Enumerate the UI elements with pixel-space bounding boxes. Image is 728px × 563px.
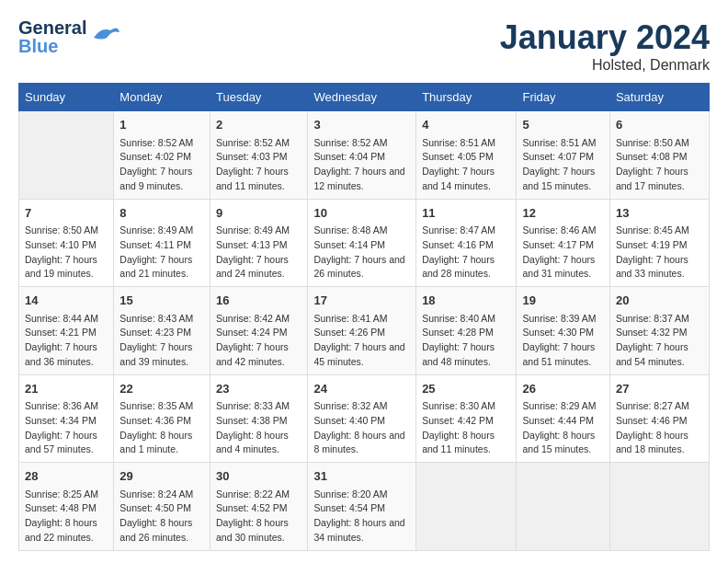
day-info: Sunrise: 8:40 AM Sunset: 4:28 PM Dayligh… bbox=[422, 312, 510, 370]
calendar-cell: 2Sunrise: 8:52 AM Sunset: 4:03 PM Daylig… bbox=[210, 111, 307, 200]
calendar-cell: 1Sunrise: 8:52 AM Sunset: 4:02 PM Daylig… bbox=[114, 111, 210, 200]
day-info: Sunrise: 8:50 AM Sunset: 4:10 PM Dayligh… bbox=[25, 224, 108, 282]
logo-blue: Blue bbox=[18, 37, 86, 55]
col-sunday: Sunday bbox=[19, 84, 114, 111]
calendar-cell: 17Sunrise: 8:41 AM Sunset: 4:26 PM Dayli… bbox=[308, 287, 416, 375]
day-info: Sunrise: 8:43 AM Sunset: 4:23 PM Dayligh… bbox=[119, 312, 204, 370]
day-info: Sunrise: 8:37 AM Sunset: 4:32 PM Dayligh… bbox=[616, 312, 703, 370]
day-info: Sunrise: 8:36 AM Sunset: 4:34 PM Dayligh… bbox=[25, 399, 108, 457]
day-info: Sunrise: 8:49 AM Sunset: 4:11 PM Dayligh… bbox=[119, 224, 204, 282]
calendar-cell: 29Sunrise: 8:24 AM Sunset: 4:50 PM Dayli… bbox=[114, 463, 210, 551]
calendar-week-row: 14Sunrise: 8:44 AM Sunset: 4:21 PM Dayli… bbox=[19, 287, 710, 375]
day-info: Sunrise: 8:44 AM Sunset: 4:21 PM Dayligh… bbox=[25, 312, 108, 370]
calendar-cell: 23Sunrise: 8:33 AM Sunset: 4:38 PM Dayli… bbox=[210, 374, 307, 463]
calendar-week-row: 21Sunrise: 8:36 AM Sunset: 4:34 PM Dayli… bbox=[19, 374, 710, 463]
calendar-cell bbox=[19, 111, 114, 200]
day-number: 18 bbox=[422, 292, 510, 310]
day-info: Sunrise: 8:35 AM Sunset: 4:36 PM Dayligh… bbox=[119, 399, 204, 457]
page-header: General Blue January 2024 Holsted, Denma… bbox=[18, 18, 710, 74]
header-row: Sunday Monday Tuesday Wednesday Thursday… bbox=[19, 84, 710, 111]
day-info: Sunrise: 8:29 AM Sunset: 4:44 PM Dayligh… bbox=[522, 399, 603, 457]
calendar-cell: 14Sunrise: 8:44 AM Sunset: 4:21 PM Dayli… bbox=[19, 287, 114, 375]
day-number: 10 bbox=[313, 204, 410, 223]
calendar-cell: 28Sunrise: 8:25 AM Sunset: 4:48 PM Dayli… bbox=[19, 463, 114, 551]
day-number: 2 bbox=[216, 116, 301, 134]
day-number: 8 bbox=[119, 204, 204, 223]
col-monday: Monday bbox=[114, 84, 210, 111]
calendar-cell bbox=[416, 463, 517, 551]
col-thursday: Thursday bbox=[416, 84, 517, 111]
calendar-cell: 31Sunrise: 8:20 AM Sunset: 4:54 PM Dayli… bbox=[308, 463, 416, 551]
day-info: Sunrise: 8:24 AM Sunset: 4:50 PM Dayligh… bbox=[119, 488, 204, 546]
calendar-cell: 18Sunrise: 8:40 AM Sunset: 4:28 PM Dayli… bbox=[416, 287, 517, 375]
calendar-cell: 19Sunrise: 8:39 AM Sunset: 4:30 PM Dayli… bbox=[517, 287, 609, 375]
logo-bird-icon bbox=[92, 19, 121, 54]
day-number: 15 bbox=[119, 292, 204, 310]
day-number: 23 bbox=[216, 380, 301, 398]
day-info: Sunrise: 8:52 AM Sunset: 4:03 PM Dayligh… bbox=[216, 136, 301, 194]
calendar-cell: 6Sunrise: 8:50 AM Sunset: 4:08 PM Daylig… bbox=[609, 111, 709, 200]
day-number: 19 bbox=[522, 292, 603, 310]
title-block: January 2024 Holsted, Denmark bbox=[500, 18, 710, 74]
day-number: 4 bbox=[422, 116, 510, 134]
calendar-cell: 7Sunrise: 8:50 AM Sunset: 4:10 PM Daylig… bbox=[19, 199, 114, 287]
day-number: 13 bbox=[616, 204, 703, 223]
day-number: 25 bbox=[422, 380, 510, 398]
day-number: 3 bbox=[313, 116, 410, 134]
col-saturday: Saturday bbox=[609, 84, 709, 111]
day-info: Sunrise: 8:51 AM Sunset: 4:05 PM Dayligh… bbox=[422, 136, 510, 194]
calendar-cell: 26Sunrise: 8:29 AM Sunset: 4:44 PM Dayli… bbox=[517, 374, 609, 463]
day-info: Sunrise: 8:48 AM Sunset: 4:14 PM Dayligh… bbox=[313, 224, 410, 282]
day-info: Sunrise: 8:33 AM Sunset: 4:38 PM Dayligh… bbox=[216, 399, 301, 457]
day-number: 7 bbox=[25, 204, 108, 223]
day-info: Sunrise: 8:41 AM Sunset: 4:26 PM Dayligh… bbox=[313, 312, 410, 370]
day-info: Sunrise: 8:39 AM Sunset: 4:30 PM Dayligh… bbox=[522, 312, 603, 370]
day-info: Sunrise: 8:25 AM Sunset: 4:48 PM Dayligh… bbox=[25, 488, 108, 546]
logo-general: General bbox=[18, 18, 86, 37]
day-number: 14 bbox=[25, 292, 108, 310]
day-info: Sunrise: 8:32 AM Sunset: 4:40 PM Dayligh… bbox=[313, 399, 410, 457]
day-info: Sunrise: 8:51 AM Sunset: 4:07 PM Dayligh… bbox=[522, 136, 603, 194]
day-number: 31 bbox=[313, 467, 410, 486]
day-info: Sunrise: 8:22 AM Sunset: 4:52 PM Dayligh… bbox=[216, 488, 301, 546]
calendar-cell bbox=[609, 463, 709, 551]
calendar-cell: 20Sunrise: 8:37 AM Sunset: 4:32 PM Dayli… bbox=[609, 287, 709, 375]
day-info: Sunrise: 8:27 AM Sunset: 4:46 PM Dayligh… bbox=[616, 399, 703, 457]
calendar-cell: 21Sunrise: 8:36 AM Sunset: 4:34 PM Dayli… bbox=[19, 374, 114, 463]
day-info: Sunrise: 8:45 AM Sunset: 4:19 PM Dayligh… bbox=[616, 224, 703, 282]
day-number: 5 bbox=[522, 116, 603, 134]
day-number: 21 bbox=[25, 380, 108, 398]
col-friday: Friday bbox=[517, 84, 609, 111]
day-number: 24 bbox=[313, 380, 410, 398]
calendar-cell: 11Sunrise: 8:47 AM Sunset: 4:16 PM Dayli… bbox=[416, 199, 517, 287]
day-number: 27 bbox=[616, 380, 703, 398]
calendar-week-row: 7Sunrise: 8:50 AM Sunset: 4:10 PM Daylig… bbox=[19, 199, 710, 287]
day-info: Sunrise: 8:42 AM Sunset: 4:24 PM Dayligh… bbox=[216, 312, 301, 370]
day-info: Sunrise: 8:52 AM Sunset: 4:02 PM Dayligh… bbox=[119, 136, 204, 194]
day-info: Sunrise: 8:20 AM Sunset: 4:54 PM Dayligh… bbox=[313, 488, 410, 546]
calendar-cell: 24Sunrise: 8:32 AM Sunset: 4:40 PM Dayli… bbox=[308, 374, 416, 463]
day-info: Sunrise: 8:52 AM Sunset: 4:04 PM Dayligh… bbox=[313, 136, 410, 194]
calendar-cell: 16Sunrise: 8:42 AM Sunset: 4:24 PM Dayli… bbox=[210, 287, 307, 375]
calendar-week-row: 1Sunrise: 8:52 AM Sunset: 4:02 PM Daylig… bbox=[19, 111, 710, 200]
day-number: 26 bbox=[522, 380, 603, 398]
calendar-cell bbox=[517, 463, 609, 551]
day-info: Sunrise: 8:30 AM Sunset: 4:42 PM Dayligh… bbox=[422, 399, 510, 457]
calendar-cell: 3Sunrise: 8:52 AM Sunset: 4:04 PM Daylig… bbox=[308, 111, 416, 200]
logo: General Blue bbox=[18, 18, 121, 55]
day-info: Sunrise: 8:47 AM Sunset: 4:16 PM Dayligh… bbox=[422, 224, 510, 282]
day-number: 1 bbox=[119, 116, 204, 134]
calendar-table: Sunday Monday Tuesday Wednesday Thursday… bbox=[18, 83, 710, 551]
month-title: January 2024 bbox=[500, 18, 710, 57]
calendar-cell: 10Sunrise: 8:48 AM Sunset: 4:14 PM Dayli… bbox=[308, 199, 416, 287]
calendar-cell: 9Sunrise: 8:49 AM Sunset: 4:13 PM Daylig… bbox=[210, 199, 307, 287]
calendar-cell: 13Sunrise: 8:45 AM Sunset: 4:19 PM Dayli… bbox=[609, 199, 709, 287]
calendar-cell: 25Sunrise: 8:30 AM Sunset: 4:42 PM Dayli… bbox=[416, 374, 517, 463]
day-number: 11 bbox=[422, 204, 510, 223]
calendar-cell: 4Sunrise: 8:51 AM Sunset: 4:05 PM Daylig… bbox=[416, 111, 517, 200]
day-number: 17 bbox=[313, 292, 410, 310]
day-number: 22 bbox=[119, 380, 204, 398]
calendar-cell: 22Sunrise: 8:35 AM Sunset: 4:36 PM Dayli… bbox=[114, 374, 210, 463]
day-number: 9 bbox=[216, 204, 301, 223]
day-number: 12 bbox=[522, 204, 603, 223]
